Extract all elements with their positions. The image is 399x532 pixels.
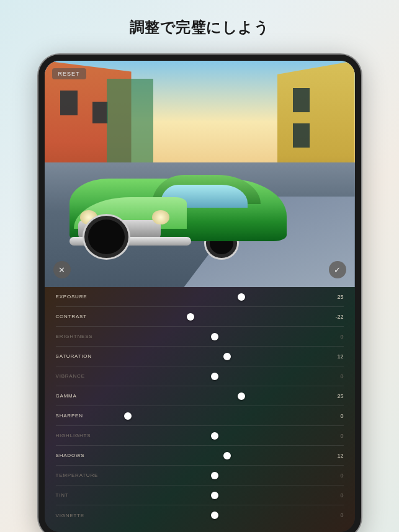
slider-thumb[interactable]: [238, 293, 245, 301]
slider-thumb[interactable]: [223, 353, 231, 360]
check-icon: ✓: [334, 265, 341, 275]
slider-row-saturation: SATURATION12: [56, 347, 344, 366]
slider-value: 25: [323, 393, 344, 399]
slider-value: 0: [323, 373, 344, 379]
slider-track[interactable]: [107, 485, 323, 505]
slider-track[interactable]: [107, 426, 323, 445]
slider-label: SHADOWS: [56, 453, 107, 458]
slider-row-exposure: EXPOSURE25: [56, 287, 344, 307]
tablet-frame: RESET ✕ ✓ EXPOSURE25CONTRAST-22BRIGHTNES…: [38, 55, 361, 532]
slider-track[interactable]: [107, 366, 323, 386]
close-icon: ✕: [58, 265, 65, 275]
slider-thumb[interactable]: [211, 432, 218, 440]
image-preview[interactable]: RESET ✕ ✓: [45, 61, 355, 287]
slider-thumb[interactable]: [124, 412, 132, 420]
slider-track[interactable]: [107, 307, 323, 326]
slider-row-shadows: SHADOWS12: [56, 446, 344, 466]
slider-value: 0: [323, 492, 344, 499]
slider-label: TINT: [56, 492, 107, 498]
cancel-button[interactable]: ✕: [53, 261, 71, 278]
slider-value: 0: [323, 512, 344, 518]
slider-thumb[interactable]: [223, 452, 231, 459]
preview-car: [69, 156, 287, 260]
slider-label: CONTRAST: [56, 314, 107, 319]
slider-track[interactable]: [107, 287, 323, 306]
slider-track[interactable]: [107, 446, 323, 465]
slider-thumb[interactable]: [211, 512, 218, 519]
slider-row-vibrance: VIBRANCE0: [56, 366, 344, 386]
adjustments-panel: EXPOSURE25CONTRAST-22BRIGHTNESS0SATURATI…: [45, 287, 355, 532]
slider-thumb[interactable]: [187, 313, 194, 321]
slider-value: 0: [323, 433, 344, 439]
slider-label: GAMMA: [56, 393, 107, 399]
slider-value: 12: [323, 353, 344, 360]
slider-track[interactable]: [107, 505, 323, 525]
slider-row-brightness: BRIGHTNESS0: [56, 327, 344, 347]
slider-track[interactable]: [107, 347, 323, 366]
slider-row-gamma: GAMMA25: [56, 386, 344, 406]
slider-thumb[interactable]: [211, 492, 218, 499]
slider-label: TEMPERATURE: [56, 472, 107, 478]
slider-track[interactable]: [107, 386, 323, 406]
slider-track[interactable]: [107, 466, 323, 485]
slider-label: VIBRANCE: [56, 373, 107, 379]
slider-row-temperature: TEMPERATURE0: [56, 466, 344, 485]
confirm-button[interactable]: ✓: [329, 261, 346, 278]
page-headline: 調整で完璧にしよう: [0, 0, 399, 37]
slider-label: SATURATION: [56, 353, 107, 359]
slider-label: SHARPEN: [56, 413, 107, 419]
slider-value: -22: [323, 314, 344, 320]
slider-value: 0: [323, 413, 344, 419]
slider-row-highlights: HIGHLIGHTS0: [56, 426, 344, 446]
slider-thumb[interactable]: [211, 472, 218, 479]
slider-label: EXPOSURE: [56, 294, 107, 299]
slider-thumb[interactable]: [211, 333, 218, 340]
slider-row-contrast: CONTRAST-22: [56, 307, 344, 327]
slider-label: BRIGHTNESS: [56, 334, 107, 339]
slider-value: 0: [323, 334, 344, 340]
slider-row-vignette: VIGNETTE0: [56, 505, 344, 525]
slider-label: HIGHLIGHTS: [56, 433, 107, 438]
slider-row-sharpen: SHARPEN0: [56, 406, 344, 426]
slider-track[interactable]: [107, 406, 323, 425]
slider-thumb[interactable]: [211, 373, 218, 380]
app-screen: RESET ✕ ✓ EXPOSURE25CONTRAST-22BRIGHTNES…: [45, 61, 355, 532]
reset-button[interactable]: RESET: [52, 68, 86, 79]
slider-track[interactable]: [107, 327, 323, 346]
slider-row-tint: TINT0: [56, 485, 344, 505]
slider-thumb[interactable]: [238, 392, 245, 400]
slider-value: 25: [323, 294, 344, 300]
slider-value: 12: [323, 453, 344, 459]
slider-value: 0: [323, 472, 344, 479]
slider-label: VIGNETTE: [56, 513, 107, 518]
